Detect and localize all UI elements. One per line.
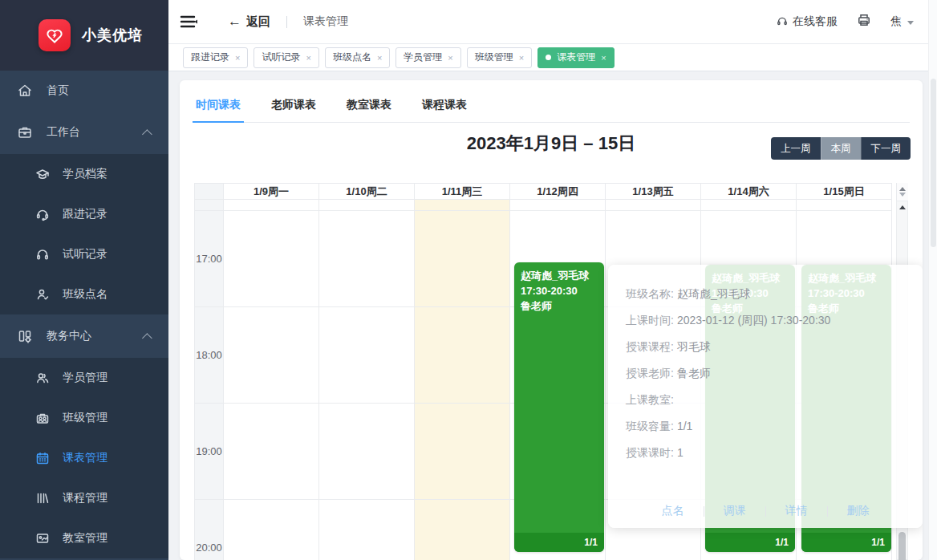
sidebar-group-academic-center[interactable]: 教务中心: [0, 314, 168, 358]
viewtab-course-schedule[interactable]: 课程课表: [419, 98, 470, 122]
sidebar-item-trial-records[interactable]: 试听记录: [0, 234, 168, 274]
popup-value: 鲁老师: [677, 367, 711, 379]
tab-label: 班级管理: [475, 51, 513, 64]
calendar-cell-highlighted[interactable]: [415, 200, 510, 211]
home-icon: [18, 83, 32, 98]
popup-value: 1/1: [677, 420, 692, 432]
tab-trial-records[interactable]: 试听记录×: [254, 47, 318, 68]
close-icon[interactable]: ×: [377, 53, 382, 63]
tab-followup-records[interactable]: 跟进记录×: [183, 47, 248, 68]
online-service-label: 在线客服: [793, 14, 838, 29]
popup-label: 上课教室:: [626, 393, 674, 406]
popup-label: 班级容量:: [626, 420, 674, 432]
calendar-cell[interactable]: [319, 307, 415, 404]
calendar-cell-highlighted[interactable]: [415, 211, 510, 307]
calendar-cell[interactable]: [319, 211, 415, 307]
whiteboard-icon: [35, 531, 50, 546]
event-block-thursday[interactable]: 赵琦彪_羽毛球 17:30-20:30 鲁老师 1/1: [514, 262, 604, 552]
event-title: 赵琦彪_羽毛球: [521, 268, 598, 283]
sidebar-group-workbench[interactable]: 工作台: [0, 111, 168, 154]
popup-value: 羽毛球: [677, 340, 711, 353]
event-time: 17:30-20:30: [521, 283, 598, 298]
page-scrollbar-thumb[interactable]: [931, 79, 936, 247]
sidebar-item-home[interactable]: 首页: [0, 71, 168, 111]
details-action[interactable]: 详情: [766, 504, 827, 518]
page-scrollbar[interactable]: [928, 0, 937, 560]
event-teacher: 鲁老师: [521, 298, 598, 314]
tab-student-mgmt[interactable]: 学员管理×: [395, 47, 460, 68]
delete-action[interactable]: 删除: [828, 504, 889, 518]
scroll-down-icon[interactable]: [899, 193, 906, 197]
sidebar-item-label: 班级管理: [63, 411, 107, 425]
calendar-cell[interactable]: [224, 500, 319, 560]
tab-label: 学员管理: [404, 51, 442, 64]
calendar-cell[interactable]: [224, 404, 319, 500]
calendar-cell[interactable]: [319, 500, 415, 560]
sidebar-item-course-mgmt[interactable]: 课程管理: [0, 478, 168, 518]
close-icon[interactable]: ×: [306, 53, 310, 63]
calendar-cell[interactable]: [224, 200, 319, 211]
sidebar-item-label: 跟进记录: [63, 207, 107, 221]
viewtab-time-schedule[interactable]: 时间课表: [193, 98, 244, 123]
workbench-submenu: 学员档案 跟进记录 试听记录 班级点名: [0, 154, 168, 314]
day-header: 1/15周日: [797, 184, 892, 200]
online-service-button[interactable]: 在线客服: [776, 14, 838, 29]
back-button[interactable]: ← 返回: [228, 14, 270, 30]
prev-week-button[interactable]: 上一周: [771, 137, 821, 160]
sidebar-item-student-files[interactable]: 学员档案: [0, 154, 168, 194]
day-header: 1/11周三: [415, 184, 510, 200]
calendar-cell[interactable]: [701, 200, 797, 211]
print-button[interactable]: [857, 13, 871, 30]
viewtab-teacher-schedule[interactable]: 老师课表: [268, 98, 319, 122]
day-header: 1/10周二: [319, 184, 415, 200]
close-icon[interactable]: ×: [448, 53, 452, 63]
sidebar-item-class-mgmt[interactable]: 班级管理: [0, 398, 168, 438]
close-icon[interactable]: ×: [235, 53, 240, 63]
calendar-cell[interactable]: [606, 200, 701, 211]
close-icon[interactable]: ×: [519, 53, 524, 63]
tab-class-mgmt[interactable]: 班级管理×: [467, 47, 532, 68]
close-icon[interactable]: ×: [601, 53, 606, 63]
sidebar-item-label: 班级点名: [63, 287, 107, 302]
sidebar-item-classroom-mgmt[interactable]: 教室管理: [0, 518, 168, 558]
collapse-sidebar-icon[interactable]: [180, 14, 199, 30]
popup-row: 授课老师:鲁老师: [626, 360, 923, 387]
chevron-up-icon: [142, 333, 152, 343]
time-label: 18:00: [195, 307, 224, 404]
calendar-cell[interactable]: [224, 211, 319, 307]
scroll-spinner[interactable]: [896, 183, 908, 201]
event-capacity-badge: 1/1: [801, 533, 891, 552]
tab-schedule-mgmt-active[interactable]: 课表管理×: [537, 47, 614, 68]
viewtab-classroom-schedule[interactable]: 教室课表: [343, 98, 395, 122]
event-capacity-badge: 1/1: [514, 533, 604, 552]
user-menu[interactable]: 焦: [890, 14, 914, 29]
time-gutter-cell: [195, 200, 224, 211]
rollcall-action[interactable]: 点名: [643, 504, 704, 518]
scroll-up-icon[interactable]: [899, 187, 906, 191]
popup-row: 授课课时:1: [626, 440, 923, 466]
calendar-cell[interactable]: [319, 200, 415, 211]
tab-class-rollcall[interactable]: 班级点名×: [325, 47, 390, 68]
event-capacity-badge: 1/1: [705, 533, 795, 552]
popup-label: 授课课时:: [626, 446, 674, 459]
calendar-cell[interactable]: [797, 200, 892, 211]
sidebar-item-class-rollcall[interactable]: 班级点名: [0, 274, 168, 314]
calendar-cell-highlighted[interactable]: [415, 404, 510, 500]
popup-row: 授课课程:羽毛球: [626, 334, 923, 360]
calendar-cell-highlighted[interactable]: [415, 307, 510, 404]
current-week-button[interactable]: 本周: [821, 137, 861, 160]
reschedule-action[interactable]: 调课: [704, 504, 765, 518]
scroll-up-icon[interactable]: [899, 205, 906, 209]
logo-band: 小美优培: [0, 0, 168, 71]
calendar-cell[interactable]: [224, 307, 319, 404]
sidebar-item-followup-records[interactable]: 跟进记录: [0, 194, 168, 234]
tab-label: 班级点名: [333, 51, 371, 64]
popup-label: 授课老师:: [626, 367, 674, 379]
sidebar-item-student-mgmt[interactable]: 学员管理: [0, 358, 168, 398]
scrollbar-thumb[interactable]: [898, 532, 906, 560]
calendar-cell[interactable]: [510, 200, 606, 211]
calendar-cell-highlighted[interactable]: [415, 500, 510, 560]
sidebar-item-schedule-mgmt[interactable]: 课表管理: [0, 438, 168, 478]
calendar-cell[interactable]: [319, 404, 415, 500]
next-week-button[interactable]: 下一周: [861, 137, 911, 160]
